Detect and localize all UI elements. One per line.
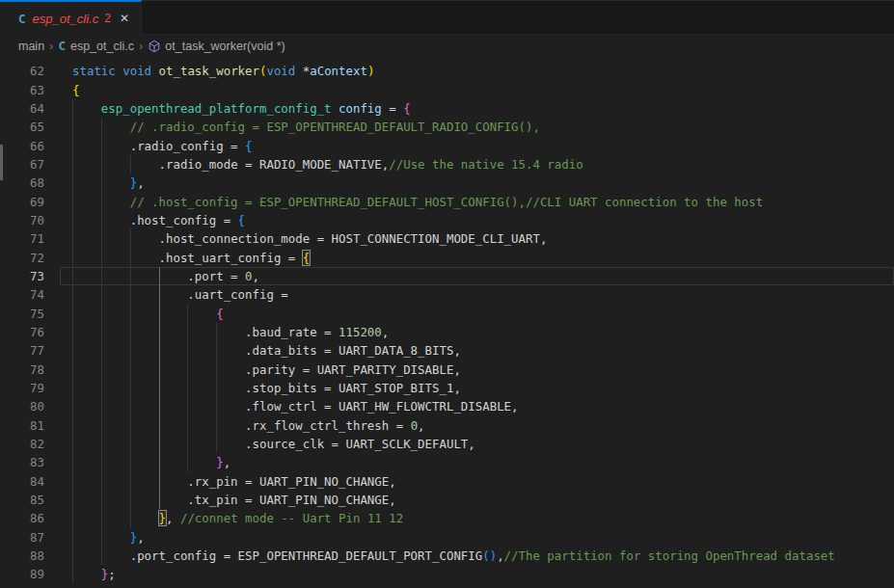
line-number[interactable]: 71	[0, 229, 60, 248]
line-number[interactable]: 73	[0, 267, 60, 285]
code-line-81[interactable]: 81 .rx_flow_ctrl_thresh = 0,	[0, 416, 894, 435]
code-line-68[interactable]: 68 },	[0, 174, 894, 192]
line-number[interactable]: 65	[0, 118, 60, 136]
line-number[interactable]: 63	[0, 81, 60, 99]
line-content: .radio_config = {	[60, 137, 894, 155]
line-content: .flow_ctrl = UART_HW_FLOWCTRL_DISABLE,	[60, 397, 894, 415]
code-line-72[interactable]: 72 .host_uart_config = {	[0, 249, 894, 267]
code-line-78[interactable]: 78 .parity = UART_PARITY_DISABLE,	[0, 361, 894, 379]
line-content: .radio_mode = RADIO_MODE_NATIVE,//Use th…	[60, 155, 894, 174]
line-number[interactable]: 75	[0, 305, 60, 323]
code-line-74[interactable]: 74 .uart_config =	[0, 285, 894, 304]
line-content: .baud_rate = 115200,	[60, 323, 894, 341]
line-number[interactable]: 81	[0, 416, 60, 435]
line-number[interactable]: 64	[0, 99, 60, 118]
c-file-icon: C	[58, 39, 66, 53]
code-line-66[interactable]: 66 .radio_config = {	[0, 137, 894, 155]
line-number[interactable]: 77	[0, 341, 60, 360]
chevron-right-icon: ›	[139, 39, 143, 53]
line-number[interactable]: 79	[0, 379, 60, 397]
line-number[interactable]: 90	[0, 584, 60, 588]
code-line-86[interactable]: 86 }, //connet mode -- Uart Pin 11 12	[0, 509, 894, 527]
line-content: },	[60, 453, 894, 471]
left-edge-indicator	[0, 145, 3, 180]
line-content: }, //connet mode -- Uart Pin 11 12	[60, 509, 894, 527]
line-number[interactable]: 69	[0, 193, 60, 211]
line-content: .rx_pin = UART_PIN_NO_CHANGE,	[60, 472, 894, 491]
line-content: static void ot_task_worker(void *aContex…	[60, 62, 894, 80]
code-line-62[interactable]: 62static void ot_task_worker(void *aCont…	[0, 62, 894, 80]
line-number[interactable]: 84	[0, 472, 60, 491]
line-content: },	[60, 528, 894, 547]
line-number[interactable]: 86	[0, 509, 60, 527]
line-content: esp_openthread_platform_config_t config …	[60, 99, 894, 118]
code-line-73[interactable]: 73 .port = 0,	[0, 267, 894, 285]
vscode-window: C esp_ot_cli.c 2 ✕ main › C esp_ot_cli.c…	[0, 0, 894, 588]
line-content: .tx_pin = UART_PIN_NO_CHANGE,	[60, 491, 894, 509]
code-line-63[interactable]: 63{	[0, 81, 894, 99]
line-content: {	[60, 81, 894, 99]
code-line-79[interactable]: 79 .stop_bits = UART_STOP_BITS_1,	[0, 379, 894, 397]
code-line-67[interactable]: 67 .radio_mode = RADIO_MODE_NATIVE,//Use…	[0, 155, 894, 174]
line-content: {	[60, 305, 894, 323]
c-file-icon: C	[18, 12, 26, 26]
line-content: .data_bits = UART_DATA_8_BITS,	[60, 341, 894, 360]
close-icon[interactable]: ✕	[120, 12, 129, 25]
tab-label: esp_ot_cli.c	[33, 12, 99, 26]
line-content: };	[60, 565, 894, 583]
line-content: },	[60, 174, 894, 192]
code-editor[interactable]: 6162static void ot_task_worker(void *aCo…	[0, 57, 894, 588]
code-line-69[interactable]: 69 // .host_config = ESP_OPENTHREAD_DEFA…	[0, 193, 894, 211]
code-line-64[interactable]: 64 esp_openthread_platform_config_t conf…	[0, 99, 894, 118]
code-line-84[interactable]: 84 .rx_pin = UART_PIN_NO_CHANGE,	[0, 472, 894, 491]
line-number[interactable]: 66	[0, 137, 60, 155]
line-content: .host_config = {	[60, 211, 894, 229]
code-line-89[interactable]: 89 };	[0, 565, 894, 583]
line-content	[60, 584, 894, 588]
line-content: // .host_config = ESP_OPENTHREAD_DEFAULT…	[60, 193, 894, 211]
line-number[interactable]: 82	[0, 435, 60, 453]
code-line-80[interactable]: 80 .flow_ctrl = UART_HW_FLOWCTRL_DISABLE…	[0, 397, 894, 415]
code-line-70[interactable]: 70 .host_config = {	[0, 211, 894, 229]
line-number[interactable]: 85	[0, 491, 60, 509]
code-line-82[interactable]: 82 .source_clk = UART_SCLK_DEFAULT,	[0, 435, 894, 453]
code-line-88[interactable]: 88 .port_config = ESP_OPENTHREAD_DEFAULT…	[0, 547, 894, 565]
code-line-90[interactable]: 90	[0, 584, 894, 588]
line-content: .host_uart_config = {	[60, 249, 894, 267]
line-number[interactable]: 87	[0, 528, 60, 547]
line-number[interactable]: 89	[0, 565, 60, 583]
line-number[interactable]: 72	[0, 249, 60, 267]
line-number[interactable]: 67	[0, 155, 60, 174]
line-content: .port_config = ESP_OPENTHREAD_DEFAULT_PO…	[60, 547, 894, 565]
symbol-method-icon	[148, 40, 161, 53]
line-number[interactable]: 78	[0, 361, 60, 379]
code-line-85[interactable]: 85 .tx_pin = UART_PIN_NO_CHANGE,	[0, 491, 894, 509]
breadcrumb-item-folder[interactable]: main	[18, 40, 44, 53]
line-number[interactable]: 76	[0, 323, 60, 341]
line-content: // .radio_config = ESP_OPENTHREAD_DEFAUL…	[60, 118, 894, 136]
line-number[interactable]: 80	[0, 397, 60, 415]
line-content: .source_clk = UART_SCLK_DEFAULT,	[60, 435, 894, 453]
breadcrumb-item-symbol[interactable]: ot_task_worker(void *)	[165, 40, 284, 53]
code-line-65[interactable]: 65 // .radio_config = ESP_OPENTHREAD_DEF…	[0, 118, 894, 136]
tab-esp-ot-cli[interactable]: C esp_ot_cli.c 2 ✕	[0, 0, 142, 35]
code-line-87[interactable]: 87 },	[0, 528, 894, 547]
code-line-77[interactable]: 77 .data_bits = UART_DATA_8_BITS,	[0, 341, 894, 360]
line-number[interactable]: 68	[0, 174, 60, 192]
line-number[interactable]: 74	[0, 285, 60, 304]
line-number[interactable]: 83	[0, 453, 60, 471]
line-content: .host_connection_mode = HOST_CONNECTION_…	[60, 229, 894, 248]
line-content: .stop_bits = UART_STOP_BITS_1,	[60, 379, 894, 397]
breadcrumb-item-file[interactable]: esp_ot_cli.c	[70, 40, 134, 53]
line-number[interactable]: 70	[0, 211, 60, 229]
line-number[interactable]: 88	[0, 547, 60, 565]
line-number[interactable]: 62	[0, 62, 60, 80]
line-content: .parity = UART_PARITY_DISABLE,	[60, 361, 894, 379]
breadcrumb: main › C esp_ot_cli.c › ot_task_worker(v…	[0, 35, 894, 57]
code-line-76[interactable]: 76 .baud_rate = 115200,	[0, 323, 894, 341]
line-content: .rx_flow_ctrl_thresh = 0,	[60, 416, 894, 435]
code-line-83[interactable]: 83 },	[0, 453, 894, 471]
code-line-75[interactable]: 75 {	[0, 305, 894, 323]
code-line-71[interactable]: 71 .host_connection_mode = HOST_CONNECTI…	[0, 229, 894, 248]
line-content: .uart_config =	[60, 285, 894, 304]
